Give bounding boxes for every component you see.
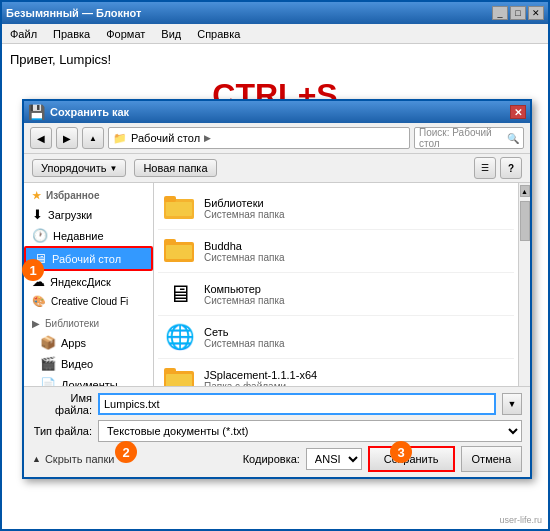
menu-file[interactable]: Файл <box>6 26 41 42</box>
maximize-button[interactable]: □ <box>510 6 526 20</box>
dialog-toolbar: ◀ ▶ ▲ 📁 Рабочий стол ▶ Поиск: Рабочий ст… <box>24 123 530 154</box>
dialog-close-button[interactable]: ✕ <box>510 105 526 119</box>
nav-downloads[interactable]: ⬇ Загрузки <box>24 204 153 225</box>
file-folder-icon <box>164 235 196 267</box>
nav-libraries-header: ▶ Библиотеки <box>24 315 153 332</box>
notepad-title: Безымянный — Блокнот <box>6 7 141 19</box>
badge-2: 2 <box>115 441 137 463</box>
minimize-button[interactable]: _ <box>492 6 508 20</box>
list-item[interactable]: Библиотеки Системная папка <box>158 187 514 230</box>
nav-panel: ★ Избранное ⬇ Загрузки 🕐 Недавние 🖥 <box>24 183 154 386</box>
filetype-label: Тип файла: <box>32 425 92 437</box>
list-item[interactable]: Buddha Системная папка <box>158 230 514 273</box>
dialog-toolbar2: Упорядочить ▼ Новая папка ☰ ? <box>24 154 530 183</box>
search-placeholder: Поиск: Рабочий стол <box>419 127 507 149</box>
nav-yandex[interactable]: ☁ ЯндексДиск <box>24 271 153 292</box>
new-folder-button[interactable]: Новая папка <box>134 159 216 177</box>
list-item[interactable]: 🌐 Сеть Системная папка <box>158 316 514 359</box>
file-info: Buddha Системная папка <box>204 240 285 263</box>
svg-rect-8 <box>166 374 192 386</box>
up-button[interactable]: ▲ <box>82 127 104 149</box>
organize-button[interactable]: Упорядочить ▼ <box>32 159 126 177</box>
menu-format[interactable]: Формат <box>102 26 149 42</box>
scroll-up-button[interactable]: ▲ <box>520 185 530 197</box>
badge-1: 1 <box>22 259 44 281</box>
save-dialog: 💾 Сохранить как ✕ ◀ ▶ ▲ 📁 Рабочий стол ▶… <box>22 99 532 479</box>
creative-cloud-icon: 🎨 <box>32 295 46 308</box>
location-folder-icon: 📁 <box>113 132 127 145</box>
nav-video[interactable]: 🎬 Видео <box>24 353 153 374</box>
filename-input[interactable] <box>98 393 496 415</box>
close-button[interactable]: ✕ <box>528 6 544 20</box>
notepad-titlebar: Безымянный — Блокнот _ □ ✕ <box>2 2 548 24</box>
filename-row: Имя файла: ▼ <box>32 392 522 416</box>
view-toggle-button[interactable]: ☰ <box>474 157 496 179</box>
nav-documents[interactable]: 📄 Документы <box>24 374 153 386</box>
svg-rect-6 <box>164 239 176 245</box>
bottom-actions-row: ▲ Скрыть папки Кодировка: ANSI Сохранить… <box>32 446 522 472</box>
location-bar[interactable]: 📁 Рабочий стол ▶ <box>108 127 410 149</box>
filename-dropdown-arrow[interactable]: ▼ <box>502 393 522 415</box>
list-item[interactable]: 🖥 Компьютер Системная папка <box>158 273 514 316</box>
svg-rect-9 <box>164 368 176 374</box>
hide-folders-arrow-icon: ▲ <box>32 454 41 464</box>
file-info: JSplacement-1.1.1-x64 Папка с файлами <box>204 369 317 387</box>
notepad-content: Привет, Lumpics! CTRL+S 💾 Сохранить как … <box>2 44 548 529</box>
search-box[interactable]: Поиск: Рабочий стол 🔍 <box>414 127 524 149</box>
svg-rect-5 <box>166 245 192 259</box>
notepad-menubar: Файл Правка Формат Вид Справка <box>2 24 548 44</box>
recent-icon: 🕐 <box>32 228 48 243</box>
dialog-body: ★ Избранное ⬇ Загрузки 🕐 Недавние 🖥 <box>24 183 530 386</box>
notepad-text: Привет, Lumpics! <box>10 52 540 67</box>
forward-button[interactable]: ▶ <box>56 127 78 149</box>
libraries-expand-icon: ▶ <box>32 318 40 329</box>
documents-icon: 📄 <box>40 377 56 386</box>
dialog-bottom: Имя файла: ▼ Тип файла: Текстовые докуме… <box>24 386 530 477</box>
file-info: Библиотеки Системная папка <box>204 197 285 220</box>
menu-edit[interactable]: Правка <box>49 26 94 42</box>
nav-favorites-header: ★ Избранное <box>24 187 153 204</box>
svg-rect-3 <box>164 196 176 202</box>
back-button[interactable]: ◀ <box>30 127 52 149</box>
badge-3: 3 <box>390 441 412 463</box>
file-folder-icon <box>164 364 196 386</box>
nav-recent[interactable]: 🕐 Недавние <box>24 225 153 246</box>
titlebar-buttons: _ □ ✕ <box>492 6 544 20</box>
location-text: Рабочий стол <box>131 132 200 144</box>
file-panel: Библиотеки Системная папка <box>154 183 518 386</box>
hide-folders-label: Скрыть папки <box>45 453 115 465</box>
downloads-icon: ⬇ <box>32 207 43 222</box>
svg-rect-2 <box>166 202 192 216</box>
menu-view[interactable]: Вид <box>157 26 185 42</box>
encoding-select[interactable]: ANSI <box>306 448 362 470</box>
dialog-titlebar: 💾 Сохранить как ✕ <box>24 101 530 123</box>
list-item[interactable]: JSplacement-1.1.1-x64 Папка с файлами <box>158 359 514 386</box>
notepad-window: Безымянный — Блокнот _ □ ✕ Файл Правка Ф… <box>0 0 550 531</box>
file-info: Компьютер Системная папка <box>204 283 285 306</box>
apps-icon: 📦 <box>40 335 56 350</box>
filetype-select[interactable]: Текстовые документы (*.txt) <box>98 420 522 442</box>
scrollbar-thumb[interactable] <box>520 201 530 241</box>
nav-creative-cloud[interactable]: 🎨 Creative Cloud Fi <box>24 292 153 311</box>
scrollbar[interactable]: ▲ <box>518 183 530 386</box>
menu-help[interactable]: Справка <box>193 26 244 42</box>
favorites-star-icon: ★ <box>32 190 41 201</box>
computer-icon: 🖥 <box>164 278 196 310</box>
file-info: Сеть Системная папка <box>204 326 285 349</box>
organize-arrow: ▼ <box>109 164 117 173</box>
location-arrow: ▶ <box>204 133 211 143</box>
hide-folders-button[interactable]: ▲ Скрыть папки <box>32 453 115 465</box>
filetype-row: Тип файла: Текстовые документы (*.txt) <box>32 420 522 442</box>
watermark: user-life.ru <box>499 515 542 525</box>
search-icon: 🔍 <box>507 133 519 144</box>
bottom-right-buttons: Кодировка: ANSI Сохранить Отмена <box>243 446 522 472</box>
nav-apps[interactable]: 📦 Apps <box>24 332 153 353</box>
dialog-title-icon: 💾 <box>28 104 45 120</box>
network-icon: 🌐 <box>164 321 196 353</box>
video-icon: 🎬 <box>40 356 56 371</box>
help-button[interactable]: ? <box>500 157 522 179</box>
file-folder-icon <box>164 192 196 224</box>
dialog-title: Сохранить как <box>50 106 129 118</box>
filename-label: Имя файла: <box>32 392 92 416</box>
cancel-button[interactable]: Отмена <box>461 446 522 472</box>
